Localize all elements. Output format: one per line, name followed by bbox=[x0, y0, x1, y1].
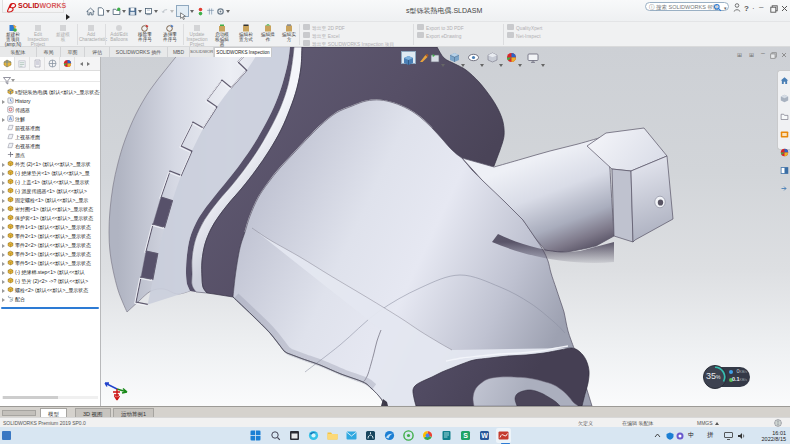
svg-text:S: S bbox=[463, 432, 468, 439]
svg-text:W: W bbox=[481, 432, 488, 439]
